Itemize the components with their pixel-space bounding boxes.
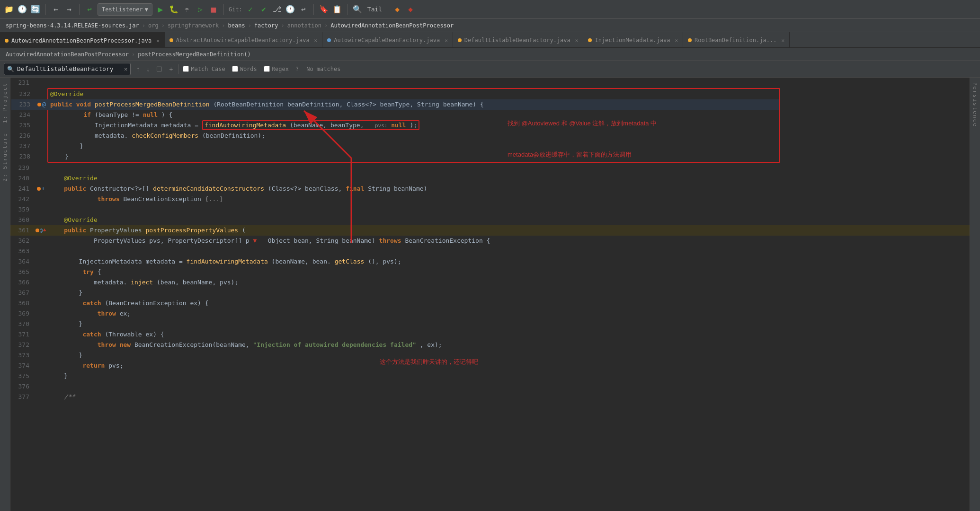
match-case-option[interactable]: Match Case: [183, 66, 225, 72]
git-tick-icon[interactable]: ✔: [258, 4, 269, 15]
code-editor: 231 232 @Override: [10, 78, 970, 511]
code-token: findAutowiringMetadata: [205, 122, 286, 129]
run2-icon[interactable]: ▷: [195, 4, 205, 15]
regex-help[interactable]: ?: [295, 66, 299, 72]
code-token: throws: [98, 195, 120, 203]
table-row: 375 }: [10, 371, 970, 381]
debug-icon[interactable]: 🐛: [169, 4, 179, 15]
persistence-label[interactable]: Persistence: [972, 78, 978, 132]
tab-label-autowire: AutowireCapableBeanFactory.java: [334, 37, 440, 44]
right-panel: Persistence: [970, 78, 980, 511]
code-token: inject: [131, 279, 153, 286]
code-token: return: [82, 362, 105, 369]
code-token: throw: [98, 310, 116, 317]
table-row: 374 return pvs;: [10, 361, 970, 371]
filepath-beans: beans: [228, 22, 245, 29]
coverage-icon[interactable]: ☂: [182, 4, 192, 15]
filepath-springframework: springframework: [168, 22, 219, 29]
filepath-bar: spring-beans-4.3.14.RELEASE-sources.jar …: [0, 19, 980, 32]
undo-run-icon[interactable]: ↩: [84, 4, 95, 15]
bookmark-icon[interactable]: 🔖: [319, 4, 329, 15]
regex-checkbox[interactable]: [264, 66, 270, 72]
run-config-dropdown[interactable]: TestListener ▼: [98, 3, 152, 16]
table-row: 359: [10, 204, 970, 215]
tab-injection[interactable]: InjectionMetadata.java ✕: [583, 32, 683, 48]
search-more-btn[interactable]: +: [167, 64, 175, 74]
code-token: @Override: [49, 175, 98, 182]
project-label[interactable]: 1: Project: [2, 78, 8, 128]
search-icon[interactable]: 🔍: [352, 4, 363, 15]
code-token: throws: [379, 237, 401, 244]
table-row: 242 throws BeanCreationException {...}: [10, 194, 970, 204]
git-branch-icon[interactable]: ⎇: [272, 4, 282, 15]
tab-bar: AutowiredAnnotationBeanPostProcessor.jav…: [0, 32, 980, 48]
code-token: /**: [49, 393, 75, 400]
git-check-icon[interactable]: ✓: [245, 4, 256, 15]
words-option[interactable]: Words: [232, 66, 257, 72]
annotation-1: 找到 @Autoviewed 和 @Value 注解，放到metadata 中: [508, 119, 657, 128]
search-input[interactable]: [17, 65, 121, 72]
code-token: final: [346, 185, 364, 192]
words-checkbox[interactable]: [232, 66, 238, 72]
tab-dot-default: [458, 38, 462, 42]
tab-abstract[interactable]: AbstractAutowireCapableBeanFactory.java …: [165, 32, 322, 48]
run-button[interactable]: ▶: [155, 4, 166, 15]
forward-icon[interactable]: →: [64, 4, 74, 15]
tab-close-injection[interactable]: ✕: [675, 37, 678, 44]
words-label: Words: [240, 66, 257, 72]
breadcrumb-sep: ›: [132, 51, 135, 58]
table-row: 367 }: [10, 288, 970, 298]
tab-label-injection: InjectionMetadata.java: [595, 37, 670, 44]
gutter-dot-orange: [37, 103, 41, 106]
code-token: null: [391, 122, 406, 129]
git-history-icon[interactable]: 🕐: [285, 4, 295, 15]
breadcrumb-nav: AutowiredAnnotationBeanPostProcessor › p…: [0, 48, 980, 61]
project-icon: 📁: [4, 4, 14, 15]
search-input-wrap[interactable]: 🔍 ✕: [4, 63, 131, 75]
plugin1-icon[interactable]: ◆: [392, 4, 402, 15]
table-row: 241 ↑ public Constructor<?>[] determineC…: [10, 184, 970, 194]
gutter-dot-241: [37, 187, 41, 191]
filepath-annotation: annotation: [287, 22, 321, 29]
tab-default[interactable]: DefaultListableBeanFactory.java ✕: [453, 32, 584, 48]
code-token: public: [49, 185, 86, 192]
inline-highlight-box: findAutowiringMetadata (beanName, beanTy…: [202, 120, 419, 130]
back-icon[interactable]: ←: [51, 4, 61, 15]
table-row: 377 /**: [10, 392, 970, 402]
run-config-label: TestListener: [102, 6, 143, 13]
tab-label-root: RootBeanDefinition.ja...: [695, 37, 776, 44]
git-revert-icon[interactable]: ↩: [298, 4, 309, 15]
search-wrap-btn[interactable]: ☐: [154, 64, 164, 74]
filepath-class: AutowiredAnnotationBeanPostProcessor: [330, 22, 454, 29]
tab-autowire[interactable]: AutowireCapableBeanFactory.java ✕: [322, 32, 453, 48]
code-token: findAutowiringMetadata: [187, 258, 268, 265]
tab-root[interactable]: RootBeanDefinition.ja... ✕: [683, 32, 790, 48]
tab-close-autowire[interactable]: ✕: [445, 37, 448, 44]
search-down-btn[interactable]: ↓: [144, 64, 151, 74]
tab-label-abstract: AbstractAutowireCapableBeanFactory.java: [176, 37, 310, 44]
search-clear[interactable]: ✕: [124, 66, 127, 72]
search-up-btn[interactable]: ↑: [134, 64, 142, 74]
tab-close-abstract[interactable]: ✕: [314, 37, 318, 44]
code-token: public: [49, 227, 86, 234]
table-row: 236 metadata. checkConfigMembers (beanDe…: [11, 131, 779, 141]
regex-option[interactable]: Regex: [264, 66, 289, 72]
tab-close-autowired[interactable]: ✕: [156, 38, 160, 44]
tab-autowired[interactable]: AutowiredAnnotationBeanPostProcessor.jav…: [0, 32, 165, 48]
files-icon[interactable]: 📋: [332, 4, 342, 15]
code-token: public: [50, 101, 72, 108]
plugin2-icon[interactable]: ◆: [405, 4, 416, 15]
table-row: 361 @ ♣ public PropertyValues postProces…: [10, 225, 970, 236]
code-token: new: [120, 341, 131, 348]
breadcrumb-method[interactable]: postProcessMergedBeanDefinition(): [138, 51, 250, 58]
tab-close-root[interactable]: ✕: [781, 37, 784, 44]
stop-button[interactable]: ■: [208, 4, 219, 15]
table-row: 372 throw new BeanCreationException(bean…: [10, 340, 970, 350]
tab-close-default[interactable]: ✕: [575, 37, 579, 44]
breadcrumb-class[interactable]: AutowiredAnnotationBeanPostProcessor: [6, 51, 129, 58]
filepath-jar: spring-beans-4.3.14.RELEASE-sources.jar: [6, 22, 139, 29]
match-case-checkbox[interactable]: [183, 66, 189, 72]
structure-label[interactable]: 2: Structure: [2, 128, 8, 186]
code-token: "Injection of autowired dependencies fai…: [253, 341, 416, 348]
code-token: getClass: [335, 258, 365, 265]
